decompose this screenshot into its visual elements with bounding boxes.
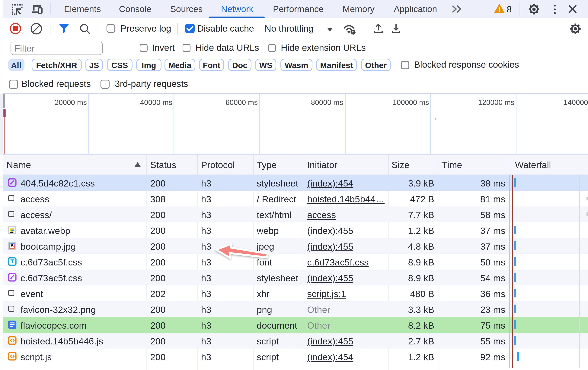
svg-text:B: B	[10, 243, 14, 248]
